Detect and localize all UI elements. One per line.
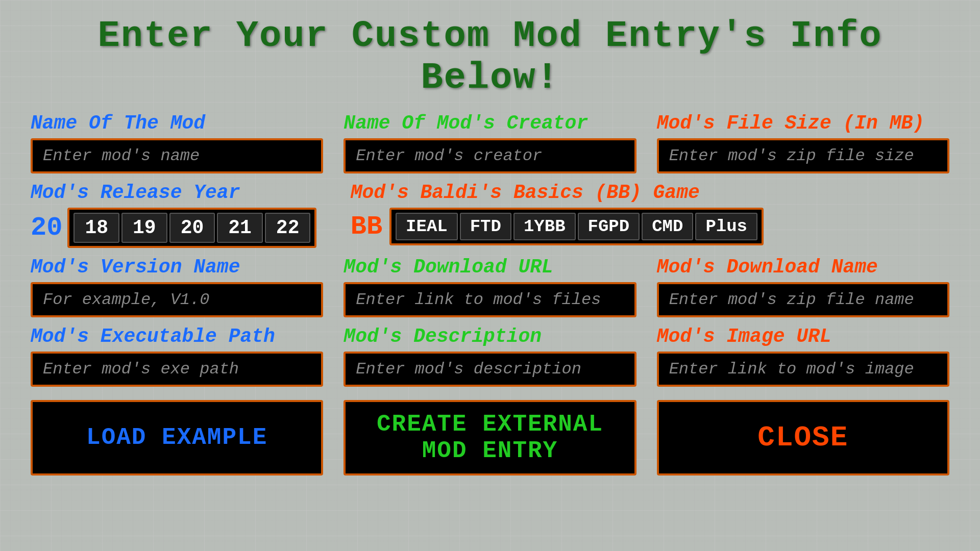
download-url-wrapper <box>344 282 636 317</box>
year-btn-21[interactable]: 21 <box>217 213 263 243</box>
description-wrapper <box>344 352 636 387</box>
bb-prefix: BB <box>351 212 382 242</box>
image-url-input[interactable] <box>669 360 937 379</box>
row-2: Mod's Release Year 20 18 19 20 21 22 Mod… <box>31 182 949 248</box>
download-name-group: Mod's Download Name <box>657 256 949 317</box>
creator-input[interactable] <box>356 146 624 165</box>
bb-btn-plus[interactable]: Plus <box>695 213 757 240</box>
mod-name-label: Name Of The Mod <box>31 112 323 134</box>
version-name-input[interactable] <box>43 290 311 309</box>
bb-btn-ieal[interactable]: IEAL <box>396 213 458 240</box>
page-title: Enter Your Custom Mod Entry's Info Below… <box>31 15 949 99</box>
download-name-label: Mod's Download Name <box>657 256 949 278</box>
download-name-wrapper <box>657 282 949 317</box>
year-buttons-wrapper: 18 19 20 21 22 <box>67 208 316 248</box>
year-btn-19[interactable]: 19 <box>121 213 167 243</box>
exe-path-label: Mod's Executable Path <box>31 325 323 347</box>
create-entry-button[interactable]: CREATE EXTERNAL MOD ENTRY <box>344 400 636 475</box>
file-size-label: Mod's File Size (In MB) <box>657 112 949 134</box>
creator-wrapper <box>344 138 636 173</box>
row-4: Mod's Executable Path Mod's Description … <box>31 325 949 387</box>
file-size-input[interactable] <box>669 146 937 165</box>
bb-group: Mod's Baldi's Basics (BB) Game BB IEAL F… <box>351 182 949 245</box>
exe-path-group: Mod's Executable Path <box>31 325 323 387</box>
image-url-group: Mod's Image URL <box>657 325 949 387</box>
bb-btn-fgpd[interactable]: FGPD <box>578 213 640 240</box>
bottom-buttons: LOAD EXAMPLE CREATE EXTERNAL MOD ENTRY C… <box>31 400 949 475</box>
close-button[interactable]: CLOSE <box>657 400 949 475</box>
row-1: Name Of The Mod Name Of Mod's Creator Mo… <box>31 112 949 173</box>
creator-label: Name Of Mod's Creator <box>344 112 636 134</box>
bb-btn-ftd[interactable]: FTD <box>460 213 511 240</box>
description-group: Mod's Description <box>344 325 636 387</box>
year-btn-20[interactable]: 20 <box>169 213 215 243</box>
year-btn-22[interactable]: 22 <box>265 213 311 243</box>
description-label: Mod's Description <box>344 325 636 347</box>
mod-name-group: Name Of The Mod <box>31 112 323 173</box>
bb-btn-cmd[interactable]: CMD <box>642 213 693 240</box>
download-url-label: Mod's Download URL <box>344 256 636 278</box>
year-row: 20 18 19 20 21 22 <box>31 208 330 248</box>
exe-path-input[interactable] <box>43 360 311 379</box>
version-name-label: Mod's Version Name <box>31 256 323 278</box>
row-3: Mod's Version Name Mod's Download URL Mo… <box>31 256 949 317</box>
year-label: Mod's Release Year <box>31 182 330 204</box>
mod-name-input[interactable] <box>43 146 311 165</box>
download-url-group: Mod's Download URL <box>344 256 636 317</box>
creator-group: Name Of Mod's Creator <box>344 112 636 173</box>
bb-row: BB IEAL FTD 1YBB FGPD CMD Plus <box>351 208 949 245</box>
bb-btn-1ybb[interactable]: 1YBB <box>513 213 576 240</box>
year-btn-18[interactable]: 18 <box>74 213 119 243</box>
year-group: Mod's Release Year 20 18 19 20 21 22 <box>31 182 330 248</box>
download-name-input[interactable] <box>669 290 937 309</box>
version-name-group: Mod's Version Name <box>31 256 323 317</box>
download-url-input[interactable] <box>356 290 624 309</box>
image-url-label: Mod's Image URL <box>657 325 949 347</box>
mod-name-wrapper <box>31 138 323 173</box>
description-input[interactable] <box>356 360 624 379</box>
exe-path-wrapper <box>31 352 323 387</box>
file-size-wrapper <box>657 138 949 173</box>
version-name-wrapper <box>31 282 323 317</box>
bb-buttons-wrapper: IEAL FTD 1YBB FGPD CMD Plus <box>389 208 764 245</box>
file-size-group: Mod's File Size (In MB) <box>657 112 949 173</box>
load-example-button[interactable]: LOAD EXAMPLE <box>31 400 323 475</box>
bb-game-label: Mod's Baldi's Basics (BB) Game <box>351 182 949 204</box>
year-prefix: 20 <box>31 213 62 243</box>
image-url-wrapper <box>657 352 949 387</box>
